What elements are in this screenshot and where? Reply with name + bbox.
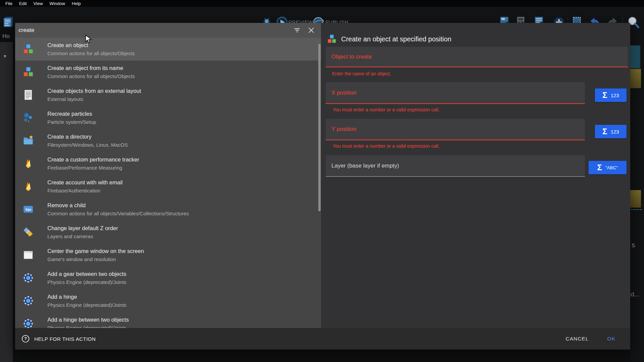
action-search-panel: create Create an object Common actions f…: [15, 23, 321, 328]
panel-title: Create an object at specified position: [341, 35, 451, 43]
list-item[interactable]: Recreate particles Particle system/Setup: [15, 106, 321, 129]
chevron-down-icon[interactable]: ▾: [4, 53, 6, 59]
layer-field[interactable]: Layer (base layer if empty): [326, 155, 585, 177]
list-item-subtitle: Firebase/Authentication: [47, 187, 123, 194]
list-item[interactable]: Add a gear between two objects Physics E…: [15, 266, 321, 289]
list-item[interactable]: Create a custom performance tracker Fire…: [15, 152, 321, 175]
cubes-icon: [327, 34, 337, 44]
scene-object-olive: [630, 190, 641, 208]
clipped-text-fragment: s: [632, 241, 635, 249]
list-item-subtitle: Layers and cameras: [47, 232, 118, 240]
field-label: Object to create: [331, 53, 372, 60]
sigma-icon: Σ: [597, 164, 602, 172]
menu-help[interactable]: Help: [69, 1, 84, 6]
cubes-icon: [23, 66, 34, 78]
layer-expression-button[interactable]: Σ "ABC": [589, 161, 627, 174]
field-label: X position: [331, 89, 357, 96]
menu-edit[interactable]: Edit: [16, 1, 30, 6]
scrollbar[interactable]: [318, 44, 321, 211]
list-item-subtitle: Physics Engine (deprecated)/Joints: [47, 301, 126, 309]
cubes-icon: [23, 43, 34, 55]
list-item-subtitle: Particle system/Setup: [47, 118, 96, 126]
physics-gear-icon: [23, 318, 34, 328]
selection-dashed-line: [631, 209, 642, 210]
menu-file[interactable]: File: [2, 1, 16, 6]
physics-gear-icon: [23, 272, 34, 284]
list-item-title: Add a hinge: [47, 293, 126, 301]
list-item-subtitle: Firebase/Performance Measuring: [47, 164, 139, 172]
help-icon: [21, 334, 30, 343]
list-item[interactable]: Add a hinge between two objects Physics …: [15, 312, 321, 328]
list-item[interactable]: Center the game window on the screen Gam…: [15, 244, 321, 266]
list-item[interactable]: Remove a child Common actions for all ob…: [15, 198, 321, 221]
cancel-button[interactable]: CANCEL: [566, 336, 589, 342]
y-position-field[interactable]: Y position: [326, 119, 585, 140]
menu-bar: File Edit View Window Help: [0, 0, 644, 7]
list-item-title: Center the game window on the screen: [47, 247, 144, 255]
close-icon[interactable]: [306, 25, 316, 35]
list-item-title: Add a gear between two objects: [47, 270, 126, 278]
gdevelop-app-window: File Edit View Window Help PREVIEW PUBLI…: [0, 0, 644, 362]
list-item-subtitle: Physics Engine (deprecated)/Joints: [47, 324, 129, 328]
list-item-subtitle: Common actions for all objects/Variables…: [47, 210, 189, 217]
document-icon: [23, 89, 34, 101]
filter-icon[interactable]: [292, 25, 302, 35]
y-expression-button[interactable]: Σ 123: [595, 125, 627, 138]
scene-object-olive: [630, 69, 641, 88]
list-item-title: Create account with with email: [47, 178, 123, 187]
window-icon: [23, 249, 34, 261]
action-parameters-panel: Create an object at specified position O…: [321, 23, 630, 328]
physics-gear-icon: [23, 295, 34, 306]
folder-star-icon: [23, 135, 34, 146]
x-expression-button[interactable]: Σ 123: [595, 88, 627, 102]
background-scene-strip: s d...: [630, 23, 644, 362]
clipped-text-fragment: d...: [631, 291, 639, 298]
list-item[interactable]: Create account with with email Firebase/…: [15, 175, 321, 198]
list-item[interactable]: Add a hinge Physics Engine (deprecated)/…: [15, 289, 321, 312]
list-item-title: Change layer default Z order: [47, 224, 118, 232]
scene-object-teal: [630, 45, 640, 68]
object-helper-text: Enter the name of an object.: [332, 71, 391, 76]
list-item-title: Remove a child: [47, 201, 189, 210]
variable-icon: [23, 204, 34, 215]
list-item-subtitle: External layouts: [47, 95, 141, 103]
list-item[interactable]: Create objects from an external layout E…: [15, 83, 321, 106]
zorder-icon: [23, 226, 34, 238]
firebase-icon: [23, 158, 34, 169]
list-item-subtitle: Physics Engine (deprecated)/Joints: [47, 278, 126, 286]
ok-button[interactable]: OK: [607, 336, 615, 342]
list-item-title: Create an object from its name: [47, 64, 135, 72]
menu-window[interactable]: Window: [46, 1, 68, 6]
list-item[interactable]: Change layer default Z order Layers and …: [15, 221, 321, 244]
project-manager-icon[interactable]: [3, 15, 14, 28]
search-input[interactable]: create: [18, 27, 288, 34]
list-item-title: Create a custom performance tracker: [47, 155, 139, 164]
mouse-cursor: [85, 35, 92, 43]
x-position-field[interactable]: X position: [326, 82, 585, 104]
action-list: Create an object Common actions for all …: [15, 38, 321, 328]
sigma-icon: Σ: [602, 91, 607, 99]
menu-view[interactable]: View: [30, 1, 46, 6]
field-label: Layer (base layer if empty): [331, 162, 399, 169]
sigma-icon: Σ: [602, 128, 607, 136]
list-item-subtitle: Filesystem/Windows, Linux, MacOS: [47, 141, 128, 149]
object-to-create-field[interactable]: Object to create: [326, 47, 628, 67]
list-item-title: Add a hinge between two objects: [47, 316, 129, 324]
x-error-text: You must enter a number or a valid expre…: [333, 107, 440, 112]
home-tab-label[interactable]: Ho: [2, 33, 10, 40]
list-item-subtitle: Game's window and resolution: [47, 255, 144, 263]
list-item[interactable]: Create an object from its name Common ac…: [15, 61, 321, 83]
firebase-icon: [23, 181, 34, 192]
left-panel-edge: [0, 42, 13, 362]
panel-header: Create an object at specified position: [327, 34, 451, 44]
help-button[interactable]: HELP FOR THIS ACTION: [21, 334, 96, 343]
dialog-footer: HELP FOR THIS ACTION CANCEL OK: [15, 328, 630, 350]
field-label: Y position: [331, 126, 356, 133]
list-item-title: Create a directory: [47, 133, 128, 141]
list-item[interactable]: Create a directory Filesystem/Windows, L…: [15, 129, 321, 152]
toolbar: PREVIEW PUBLISH: [0, 7, 644, 23]
list-item-subtitle: Common actions for all objects/Objects: [47, 72, 135, 80]
list-item[interactable]: Create an object Common actions for all …: [15, 38, 321, 61]
y-error-text: You must enter a number or a valid expre…: [333, 143, 440, 149]
search-bar: create: [15, 23, 321, 38]
